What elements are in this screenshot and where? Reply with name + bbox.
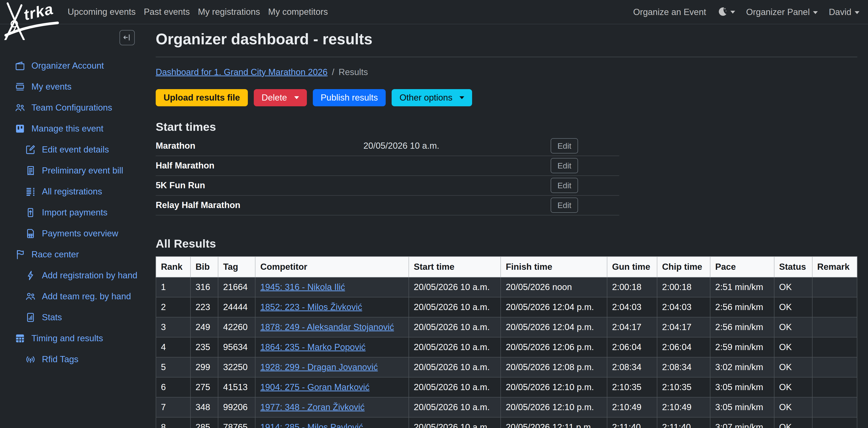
organizer-panel-menu[interactable]: Organizer Panel <box>746 7 818 17</box>
start-time-cell: 20/05/2026 10 a.m. <box>409 277 501 297</box>
rank-cell: 8 <box>156 417 190 428</box>
start-time-row: Marathon 20/05/2026 10 a.m. Edit <box>156 136 619 156</box>
brand-logo[interactable]: trka <box>0 0 60 40</box>
competitor-link[interactable]: 1914: 285 - Milos Pavlović <box>260 422 363 428</box>
title-divider <box>156 57 857 57</box>
sidebar-item[interactable]: Add team reg. by hand <box>0 286 146 307</box>
sidebar-item[interactable]: Race center <box>0 244 146 265</box>
sidebar-item[interactable]: Rfid Tags <box>0 349 146 370</box>
chevron-down-icon <box>731 11 735 13</box>
competitor-cell: 1977: 348 - Zoran Živković <box>255 397 409 417</box>
sidebar-item[interactable]: Payments overview <box>0 223 146 244</box>
sidebar-item[interactable]: Edit event details <box>0 139 146 160</box>
chip-time-cell: 2:00:18 <box>657 277 710 297</box>
chevron-down-icon <box>813 11 818 14</box>
start-time-cell: 20/05/2026 10 a.m. <box>409 397 501 417</box>
competitor-link[interactable]: 1852: 223 - Milos Živković <box>260 302 362 312</box>
edit-start-time-button[interactable]: Edit <box>551 158 578 173</box>
column-header: Competitor <box>255 257 409 277</box>
competitor-link[interactable]: 1878: 249 - Aleksandar Stojanović <box>260 322 394 332</box>
breadcrumb-dashboard-link[interactable]: Dashboard for 1. Grand City Marathon 202… <box>156 67 328 77</box>
navbar-right: Organize an Event Organizer Panel David <box>633 0 860 24</box>
bib-cell: 285 <box>190 417 218 428</box>
breadcrumb: Dashboard for 1. Grand City Marathon 202… <box>156 67 857 77</box>
chip-time-cell: 2:11:40 <box>657 417 710 428</box>
competitor-cell: 1878: 249 - Aleksandar Stojanović <box>255 317 409 337</box>
gun-time-cell: 2:08:34 <box>607 357 657 377</box>
competitor-cell: 1945: 316 - Nikola Ilić <box>255 277 409 297</box>
sidebar-item[interactable]: Stats <box>0 307 146 328</box>
chip-time-cell: 2:06:04 <box>657 337 710 357</box>
result-row: 2 223 24444 1852: 223 - Milos Živković 2… <box>156 297 857 317</box>
sidebar-item[interactable]: Timing and results <box>0 328 146 349</box>
sidebar-item-label: Team Configurations <box>31 103 112 113</box>
competitor-link[interactable]: 1864: 235 - Marko Popović <box>260 342 366 352</box>
start-time-value: 20/05/2026 10 a.m. <box>363 141 439 151</box>
status-cell: OK <box>774 297 812 317</box>
navbar-link[interactable]: My registrations <box>198 7 260 17</box>
publish-results-button[interactable]: Publish results <box>313 89 386 106</box>
bib-cell: 348 <box>190 397 218 417</box>
status-cell: OK <box>774 417 812 428</box>
delete-dropdown-button[interactable]: Delete <box>254 89 307 106</box>
theme-dropdown[interactable] <box>717 7 735 18</box>
sidebar-item[interactable]: Team Configurations <box>0 97 146 118</box>
edit-start-time-button[interactable]: Edit <box>551 198 578 213</box>
pace-cell: 3:05 min/km <box>710 397 774 417</box>
navbar-link[interactable]: Past events <box>144 7 190 17</box>
competitor-cell: 1852: 223 - Milos Živković <box>255 297 409 317</box>
pace-cell: 3:05 min/km <box>710 377 774 397</box>
sidebar-item-label: Edit event details <box>42 145 109 155</box>
other-options-dropdown-button[interactable]: Other options <box>392 89 472 106</box>
start-time-cell: 20/05/2026 10 a.m. <box>409 377 501 397</box>
sidebar-item[interactable]: Manage this event <box>0 118 146 139</box>
sidebar-item[interactable]: Organizer Account <box>0 55 146 76</box>
sidebar-item[interactable]: Preliminary event bill <box>0 160 146 181</box>
rank-cell: 6 <box>156 377 190 397</box>
gun-time-cell: 2:10:49 <box>607 397 657 417</box>
column-header: Gun time <box>607 257 657 277</box>
remark-cell <box>812 377 857 397</box>
sidebar-collapse-button[interactable] <box>120 30 135 45</box>
remark-cell <box>812 397 857 417</box>
race-name: Relay Half Marathon <box>156 200 241 210</box>
edit-start-time-button[interactable]: Edit <box>551 138 578 153</box>
arrow-bar-left-icon <box>122 33 132 43</box>
start-times-heading: Start times <box>156 120 857 134</box>
results-action-bar: Upload results file Delete Publish resul… <box>156 89 857 106</box>
sidebar-item[interactable]: Import payments <box>0 202 146 223</box>
gun-time-cell: 2:04:17 <box>607 317 657 337</box>
competitor-link[interactable]: 1904: 275 - Goran Marković <box>260 382 370 392</box>
pace-cell: 2:59 min/km <box>710 337 774 357</box>
column-header: Tag <box>218 257 255 277</box>
stats-icon <box>25 312 36 323</box>
edit-start-time-button[interactable]: Edit <box>551 178 578 193</box>
sidebar-item[interactable]: My events <box>0 76 146 97</box>
start-time-cell: 20/05/2026 10 a.m. <box>409 337 501 357</box>
organize-event-link[interactable]: Organize an Event <box>633 7 706 17</box>
competitor-link[interactable]: 1977: 348 - Zoran Živković <box>260 402 365 412</box>
status-cell: OK <box>774 357 812 377</box>
navbar-link[interactable]: My competitors <box>268 7 328 17</box>
competitor-cell: 1904: 275 - Goran Marković <box>255 377 409 397</box>
sidebar-item-label: Organizer Account <box>31 61 104 71</box>
competitor-link[interactable]: 1928: 299 - Dragan Jovanović <box>260 362 378 372</box>
rank-cell: 4 <box>156 337 190 357</box>
user-menu[interactable]: David <box>829 7 860 17</box>
result-row: 3 249 42260 1878: 249 - Aleksandar Stoja… <box>156 317 857 337</box>
competitor-link[interactable]: 1945: 316 - Nikola Ilić <box>260 282 345 292</box>
brand-word: trka <box>22 0 55 23</box>
sidebar-item[interactable]: Add registration by hand <box>0 265 146 286</box>
result-row: 8 285 78765 1914: 285 - Milos Pavlović 2… <box>156 417 857 428</box>
pace-cell: 3:02 min/km <box>710 357 774 377</box>
result-row: 5 299 32250 1928: 299 - Dragan Jovanović… <box>156 357 857 377</box>
sidebar-item[interactable]: All registrations <box>0 181 146 202</box>
start-time-cell: 20/05/2026 10 a.m. <box>409 357 501 377</box>
navbar-link[interactable]: Upcoming events <box>68 7 136 17</box>
page-title: Organizer dashboard - results <box>156 30 857 48</box>
column-header: Remark <box>812 257 857 277</box>
result-row: 6 275 41513 1904: 275 - Goran Marković 2… <box>156 377 857 397</box>
pace-cell: 2:56 min/km <box>710 317 774 337</box>
bib-cell: 235 <box>190 337 218 357</box>
upload-results-file-button[interactable]: Upload results file <box>156 89 248 106</box>
